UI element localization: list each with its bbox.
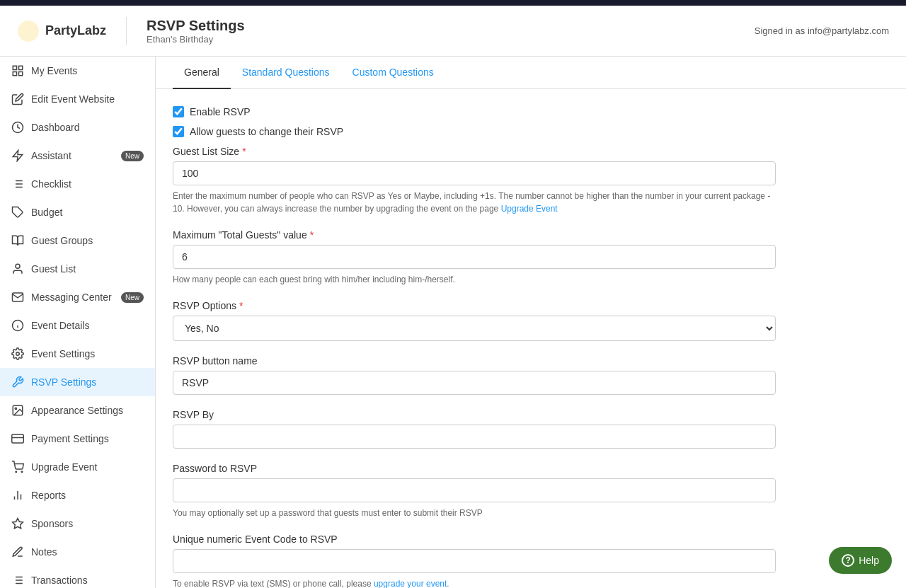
header-title: RSVP Settings Ethan's Birthday (147, 18, 245, 45)
header: 🎉 PartyLabz RSVP Settings Ethan's Birthd… (0, 6, 906, 57)
rsvp-button-name-label: RSVP button name (173, 355, 776, 367)
svg-rect-4 (13, 72, 16, 76)
sidebar-item-notes[interactable]: Notes (0, 538, 155, 566)
enable-rsvp-checkbox[interactable] (173, 106, 184, 117)
signed-in-text: Signed in as info@partylabz.com (755, 25, 889, 36)
sidebar-label-appearance-settings: Appearance Settings (31, 405, 123, 416)
svg-point-15 (16, 264, 20, 268)
svg-marker-7 (13, 151, 23, 161)
book-open-icon (11, 234, 24, 247)
rsvp-button-name-group: RSVP button name (173, 355, 776, 395)
sidebar-label-transactions: Transactions (31, 575, 88, 586)
sidebar-label-dashboard: Dashboard (31, 122, 80, 133)
sidebar-item-reports[interactable]: Reports (0, 481, 155, 509)
allow-change-checkbox[interactable] (173, 126, 184, 137)
sidebar-item-edit-event-website[interactable]: Edit Event Website (0, 85, 155, 113)
sidebar-item-event-details[interactable]: Event Details (0, 311, 155, 340)
star-icon (11, 517, 24, 530)
settings-icon (11, 347, 24, 360)
page-title: RSVP Settings (147, 18, 245, 34)
sidebar-label-checklist: Checklist (31, 178, 71, 190)
sidebar-item-payment-settings[interactable]: Payment Settings (0, 425, 155, 453)
password-rsvp-input[interactable] (173, 478, 776, 502)
sidebar-label-notes: Notes (31, 546, 57, 558)
enable-rsvp-row: Enable RSVP (173, 106, 776, 117)
required-star-3: * (239, 300, 243, 311)
rsvp-options-select[interactable]: Yes, No Yes, No, Maybe Yes Only (173, 316, 776, 341)
upgrade-event-link[interactable]: Upgrade Event (501, 204, 558, 214)
sidebar-item-messaging-center[interactable]: Messaging Center New (0, 283, 155, 311)
password-rsvp-group: Password to RSVP You may optionally set … (173, 463, 776, 519)
sidebar-item-my-events[interactable]: My Events (0, 57, 155, 85)
allow-change-label: Allow guests to change their RSVP (190, 126, 343, 137)
tab-standard-questions[interactable]: Standard Questions (231, 57, 341, 89)
rsvp-by-input[interactable] (173, 425, 776, 449)
sidebar-label-event-settings: Event Settings (31, 348, 95, 359)
logo-area: 🎉 PartyLabz (17, 20, 106, 42)
svg-rect-22 (12, 434, 24, 443)
image-icon (11, 404, 24, 417)
sidebar-item-assistant[interactable]: Assistant New (0, 142, 155, 170)
sidebar-label-upgrade-event: Upgrade Event (31, 461, 97, 473)
layout: My Events Edit Event Website Dashboard A… (0, 57, 906, 588)
rsvp-options-label: RSVP Options * (173, 300, 776, 311)
sidebar-label-payment-settings: Payment Settings (31, 433, 109, 444)
tabs: General Standard Questions Custom Questi… (156, 57, 906, 89)
sidebar-label-sponsors: Sponsors (31, 518, 73, 529)
form-area: Enable RSVP Allow guests to change their… (156, 89, 793, 588)
guest-list-size-hint: Enter the maximum number of people who c… (173, 190, 776, 215)
max-total-guests-input[interactable] (173, 245, 776, 269)
max-total-guests-label: Maximum "Total Guests" value * (173, 229, 776, 241)
svg-marker-29 (13, 519, 23, 529)
sidebar-item-guest-groups[interactable]: Guest Groups (0, 226, 155, 255)
sidebar-item-upgrade-event[interactable]: Upgrade Event (0, 453, 155, 481)
required-star: * (242, 146, 246, 157)
sidebar-item-sponsors[interactable]: Sponsors (0, 509, 155, 538)
top-bar (0, 0, 906, 6)
help-icon: ? (842, 554, 854, 567)
sidebar-item-guest-list[interactable]: Guest List (0, 255, 155, 283)
page-subtitle: Ethan's Birthday (147, 34, 245, 45)
mail-icon (11, 291, 24, 304)
sidebar-item-budget[interactable]: Budget (0, 198, 155, 226)
guest-list-size-input[interactable] (173, 161, 776, 185)
sidebar-label-guest-groups: Guest Groups (31, 235, 93, 246)
sidebar-item-transactions[interactable]: Transactions (0, 566, 155, 588)
info-icon (11, 319, 24, 332)
unique-event-code-input[interactable] (173, 549, 776, 573)
sidebar-item-event-settings[interactable]: Event Settings (0, 340, 155, 368)
tab-custom-questions[interactable]: Custom Questions (341, 57, 445, 89)
unique-event-code-hint: To enable RSVP via text (SMS) or phone c… (173, 577, 776, 588)
sidebar-label-messaging-center: Messaging Center (31, 292, 112, 303)
svg-point-24 (16, 471, 17, 473)
guest-list-size-label: Guest List Size * (173, 146, 776, 157)
rsvp-by-label: RSVP By (173, 409, 776, 420)
sidebar-item-checklist[interactable]: Checklist (0, 170, 155, 198)
svg-rect-3 (19, 66, 23, 69)
password-rsvp-label: Password to RSVP (173, 463, 776, 474)
sidebar-item-dashboard[interactable]: Dashboard (0, 113, 155, 142)
svg-point-0 (18, 21, 39, 42)
sidebar-label-rsvp-settings: RSVP Settings (31, 376, 96, 388)
bolt-icon (11, 149, 24, 162)
sidebar-item-appearance-settings[interactable]: Appearance Settings (0, 396, 155, 425)
tag-icon (11, 206, 24, 219)
password-rsvp-hint: You may optionally set up a password tha… (173, 507, 776, 519)
required-star-2: * (310, 229, 314, 241)
sidebar-label-event-details: Event Details (31, 320, 89, 331)
sidebar-label-guest-list: Guest List (31, 263, 76, 275)
credit-card-icon (11, 432, 24, 445)
sidebar-item-rsvp-settings[interactable]: RSVP Settings (0, 368, 155, 396)
grid-icon (11, 64, 24, 77)
help-button[interactable]: ? Help (829, 547, 892, 574)
list-icon (11, 178, 24, 190)
max-total-guests-hint: How many people can each guest bring wit… (173, 273, 776, 286)
sidebar-label-my-events: My Events (31, 65, 77, 76)
sidebar: My Events Edit Event Website Dashboard A… (0, 57, 156, 588)
rsvp-button-name-input[interactable] (173, 371, 776, 395)
upgrade-your-event-link[interactable]: upgrade your event. (374, 579, 449, 588)
rsvp-by-group: RSVP By (173, 409, 776, 449)
tab-general[interactable]: General (173, 57, 231, 89)
svg-point-21 (15, 408, 16, 409)
max-total-guests-group: Maximum "Total Guests" value * How many … (173, 229, 776, 286)
